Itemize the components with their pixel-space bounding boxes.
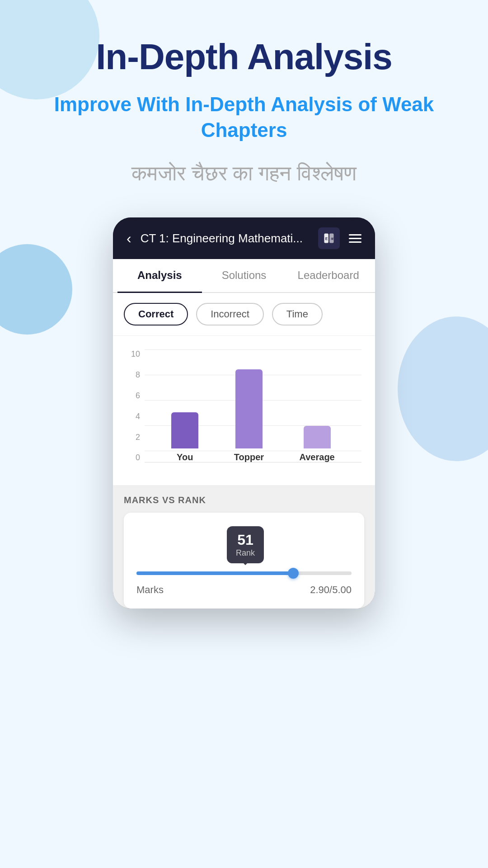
phone-mockup: ‹ CT 1: Engineering Mathemati... E अ bbox=[113, 217, 375, 609]
chart-container: 10 8 6 4 2 0 bbox=[113, 336, 375, 485]
slider-thumb[interactable] bbox=[288, 568, 299, 579]
marks-text-label: Marks bbox=[136, 584, 164, 596]
book-icon: E अ bbox=[318, 227, 340, 249]
y-label-6: 6 bbox=[127, 391, 140, 401]
header-title: CT 1: Engineering Mathemati... bbox=[141, 231, 309, 245]
chart-grid: You Topper Average bbox=[145, 349, 361, 476]
tab-analysis[interactable]: Analysis bbox=[117, 259, 202, 293]
y-axis: 10 8 6 4 2 0 bbox=[127, 349, 140, 476]
rank-label: Rank bbox=[236, 548, 255, 557]
bar-average bbox=[304, 426, 331, 448]
filter-time[interactable]: Time bbox=[272, 303, 323, 326]
bar-topper bbox=[235, 369, 263, 448]
filter-incorrect[interactable]: Incorrect bbox=[196, 303, 264, 326]
tab-solutions[interactable]: Solutions bbox=[202, 259, 286, 293]
menu-button[interactable] bbox=[349, 234, 361, 243]
back-button[interactable]: ‹ bbox=[127, 230, 131, 247]
svg-text:अ: अ bbox=[331, 237, 334, 241]
filter-row: Correct Incorrect Time bbox=[113, 293, 375, 336]
hindi-subtitle: कमजोर चैछर का गहन विश्लेषण bbox=[131, 161, 357, 186]
bar-label-average: Average bbox=[300, 452, 335, 462]
marks-row: Marks 2.90/5.00 bbox=[136, 584, 352, 596]
bar-group-you: You bbox=[171, 412, 198, 462]
rank-tooltip: 51 Rank bbox=[227, 526, 264, 563]
phone-header: ‹ CT 1: Engineering Mathemati... E अ bbox=[113, 217, 375, 259]
slider-fill bbox=[136, 571, 293, 575]
bar-label-topper: Topper bbox=[234, 452, 264, 462]
bars-area: You Topper Average bbox=[145, 349, 361, 462]
bar-you bbox=[171, 412, 198, 448]
y-label-8: 8 bbox=[127, 370, 140, 380]
y-label-4: 4 bbox=[127, 412, 140, 421]
marks-score: 2.90/5.00 bbox=[310, 584, 352, 596]
y-label-10: 10 bbox=[127, 349, 140, 359]
marks-vs-rank-title: MARKS VS RANK bbox=[124, 495, 364, 505]
svg-text:E: E bbox=[325, 237, 328, 241]
tab-leaderboard[interactable]: Leaderboard bbox=[286, 259, 371, 293]
subtitle: Improve With In-Depth Analysis of Weak C… bbox=[27, 91, 461, 143]
bar-group-topper: Topper bbox=[234, 369, 264, 462]
marks-card: 51 Rank Marks 2.90/5.00 bbox=[124, 513, 364, 609]
menu-line-2 bbox=[349, 238, 361, 239]
slider-track[interactable] bbox=[136, 571, 352, 575]
y-label-0: 0 bbox=[127, 453, 140, 462]
phone-content: Analysis Solutions Leaderboard Correct I… bbox=[113, 259, 375, 609]
y-label-2: 2 bbox=[127, 433, 140, 442]
menu-line-3 bbox=[349, 241, 361, 243]
tab-bar: Analysis Solutions Leaderboard bbox=[113, 259, 375, 293]
menu-line-1 bbox=[349, 234, 361, 236]
bar-label-you: You bbox=[177, 452, 193, 462]
bar-group-average: Average bbox=[300, 426, 335, 462]
marks-section: MARKS VS RANK 51 Rank bbox=[113, 485, 375, 609]
rank-number: 51 bbox=[236, 532, 255, 548]
slider-container bbox=[136, 568, 352, 584]
main-title: In-Depth Analysis bbox=[96, 36, 392, 78]
filter-correct[interactable]: Correct bbox=[124, 303, 188, 326]
page-content: In-Depth Analysis Improve With In-Depth … bbox=[0, 0, 488, 636]
